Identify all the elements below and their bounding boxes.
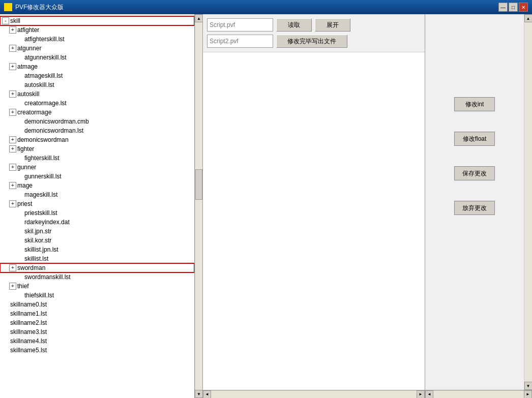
tree-item-skillname1.lst[interactable]: skillname1.lst	[0, 309, 194, 318]
tree-item-mage[interactable]: +mage	[0, 181, 194, 190]
tree-label-creatormage.lst: creatormage.lst	[24, 100, 67, 107]
tree-item-gunner[interactable]: +gunner	[0, 163, 194, 172]
tree-item-atgunner[interactable]: +atgunner	[0, 44, 194, 53]
minimize-button[interactable]: —	[498, 3, 508, 12]
maximize-button[interactable]: □	[509, 3, 518, 12]
tree-label-mage: mage	[17, 182, 33, 189]
tree-container[interactable]: -skill+atfighteratfighterskill.lst+atgun…	[0, 14, 194, 398]
tree-label-creatormage: creatormage	[17, 109, 51, 116]
tree-label-atfighterskill.lst: atfighterskill.lst	[24, 36, 65, 43]
tree-label-skillist.jpn.lst: skillist.jpn.lst	[24, 246, 58, 253]
tree-item-autoskill[interactable]: +autoskill	[0, 89, 194, 99]
title-bar-left: PVF修改器大众版	[4, 3, 64, 12]
right-scroll-down[interactable]: ▼	[524, 382, 533, 390]
write-button[interactable]: 修改完毕写出文件	[276, 35, 347, 48]
tree-item-mageskill.lst[interactable]: mageskill.lst	[0, 190, 194, 199]
tree-label-priestskill.lst: priestskill.lst	[24, 209, 57, 217]
tree-item-gunnerskill.lst[interactable]: gunnerskill.lst	[0, 172, 194, 181]
tree-label-autoskill: autoskill	[17, 90, 39, 98]
scroll-thumb[interactable]	[195, 169, 202, 200]
tree-item-swordmanskill.lst[interactable]: swordmanskill.lst	[0, 272, 194, 282]
tree-label-atgunnerskill.lst: atgunnerskill.lst	[24, 54, 67, 61]
tree-label-skill: skill	[10, 17, 20, 24]
left-panel: -skill+atfighteratfighterskill.lst+atgun…	[0, 14, 195, 398]
tree-item-skillist.lst[interactable]: skillist.lst	[0, 254, 194, 263]
scroll-down-arrow[interactable]: ▼	[195, 390, 203, 398]
tree-item-skill[interactable]: -skill	[0, 16, 194, 25]
tree-item-skil.jpn.str[interactable]: skil.jpn.str	[0, 227, 194, 236]
close-button[interactable]: ✕	[519, 3, 528, 12]
tree-item-atgunnerskill.lst[interactable]: atgunnerskill.lst	[0, 53, 194, 62]
tree-label-gunnerskill.lst: gunnerskill.lst	[24, 173, 62, 180]
expand-icon-demonicswordman[interactable]: +	[9, 136, 16, 143]
tree-item-skillname0.lst[interactable]: skillname0.lst	[0, 300, 194, 309]
tree-label-autoskill.lst: autoskill.lst	[24, 81, 54, 88]
tree-item-fighterskill.lst[interactable]: fighterskill.lst	[0, 154, 194, 163]
right-h-scroll-right[interactable]: ►	[524, 390, 532, 399]
left-scrollbar[interactable]: ▲ ▼	[195, 14, 203, 398]
expand-icon-atgunner[interactable]: +	[9, 45, 16, 52]
tree-label-rdarkeyindex.dat: rdarkeyindex.dat	[24, 219, 70, 226]
tree-label-atmageskill.lst: atmageskill.lst	[24, 72, 63, 79]
h-scroll-left-arrow[interactable]: ◄	[203, 390, 211, 399]
script-pvf-input[interactable]	[207, 18, 273, 32]
expand-icon-atmage[interactable]: +	[9, 63, 16, 70]
expand-icon-priest[interactable]: +	[9, 200, 16, 207]
tree-item-skillname3.lst[interactable]: skillname3.lst	[0, 327, 194, 336]
tree-label-thief: thief	[17, 283, 29, 290]
right-h-scroll-left[interactable]: ◄	[425, 390, 433, 399]
modify-int-button[interactable]: 修改int	[454, 97, 495, 111]
tree-item-skillname2.lst[interactable]: skillname2.lst	[0, 318, 194, 327]
expand-icon-gunner[interactable]: +	[9, 164, 16, 171]
tree-item-thiefskill.lst[interactable]: thiefskill.lst	[0, 291, 194, 300]
right-panel-inner: 修改int 修改float 保存更改 放弃更改 ▲ ▼	[425, 14, 532, 390]
discard-changes-button[interactable]: 放弃更改	[454, 201, 495, 215]
tree-item-demonicswordman.lst[interactable]: demonicswordman.lst	[0, 126, 194, 135]
tree-item-priestskill.lst[interactable]: priestskill.lst	[0, 208, 194, 218]
expand-icon-skill[interactable]: -	[2, 17, 9, 24]
scroll-up-arrow[interactable]: ▲	[195, 14, 203, 22]
tree-item-skillist.jpn.lst[interactable]: skillist.jpn.lst	[0, 245, 194, 254]
tree-item-swordman[interactable]: +swordman	[0, 263, 194, 272]
h-scroll-right-arrow[interactable]: ►	[417, 390, 425, 399]
expand-icon-thief[interactable]: +	[9, 283, 16, 290]
expand-icon-fighter[interactable]: +	[9, 145, 16, 152]
modify-float-button[interactable]: 修改float	[454, 132, 495, 146]
tree-item-autoskill.lst[interactable]: autoskill.lst	[0, 80, 194, 89]
expand-icon-autoskill[interactable]: +	[9, 90, 16, 98]
tree-item-creatormage.lst[interactable]: creatormage.lst	[0, 99, 194, 108]
tree-label-skillname4.lst: skillname4.lst	[10, 338, 47, 345]
expand-icon-swordman[interactable]: +	[9, 264, 16, 271]
tree-label-skillname3.lst: skillname3.lst	[10, 328, 47, 335]
tree-item-creatormage[interactable]: +creatormage	[0, 108, 194, 117]
h-scroll-track	[211, 391, 417, 398]
tree-item-atfighterskill.lst[interactable]: atfighterskill.lst	[0, 35, 194, 44]
tree-item-demonicswordman[interactable]: +demonicswordman	[0, 135, 194, 144]
right-panel: 修改int 修改float 保存更改 放弃更改 ▲ ▼ ◄ ►	[425, 14, 532, 398]
read-button[interactable]: 读取	[276, 18, 312, 32]
tree-item-thief[interactable]: +thief	[0, 282, 194, 291]
tree-item-skillname4.lst[interactable]: skillname4.lst	[0, 336, 194, 346]
tree-item-rdarkeyindex.dat[interactable]: rdarkeyindex.dat	[0, 218, 194, 227]
expand-button[interactable]: 展开	[315, 18, 350, 32]
expand-icon-atfighter[interactable]: +	[9, 26, 16, 34]
save-changes-button[interactable]: 保存更改	[454, 166, 495, 180]
right-h-scrollbar[interactable]: ◄ ►	[425, 390, 532, 398]
tree-label-skil.kor.str: skil.kor.str	[24, 237, 51, 244]
middle-h-scrollbar[interactable]: ◄ ►	[203, 390, 425, 398]
tree-item-skillname5.lst[interactable]: skillname5.lst	[0, 346, 194, 355]
right-scroll-up[interactable]: ▲	[524, 14, 533, 22]
expand-icon-creatormage[interactable]: +	[9, 109, 16, 116]
tree-item-atmage[interactable]: +atmage	[0, 62, 194, 71]
tree-item-atmageskill.lst[interactable]: atmageskill.lst	[0, 71, 194, 80]
right-scrollbar[interactable]: ▲ ▼	[524, 14, 532, 390]
right-buttons-area: 修改int 修改float 保存更改 放弃更改	[425, 14, 524, 390]
scroll-track	[195, 22, 202, 390]
script2-pvf-input[interactable]	[207, 35, 273, 48]
expand-icon-mage[interactable]: +	[9, 182, 16, 189]
tree-item-demonicswordman.cmb[interactable]: demonicswordman.cmb	[0, 117, 194, 126]
tree-item-fighter[interactable]: +fighter	[0, 144, 194, 154]
tree-item-priest[interactable]: +priest	[0, 199, 194, 208]
tree-item-atfighter[interactable]: +atfighter	[0, 25, 194, 35]
tree-item-skil.kor.str[interactable]: skil.kor.str	[0, 236, 194, 245]
